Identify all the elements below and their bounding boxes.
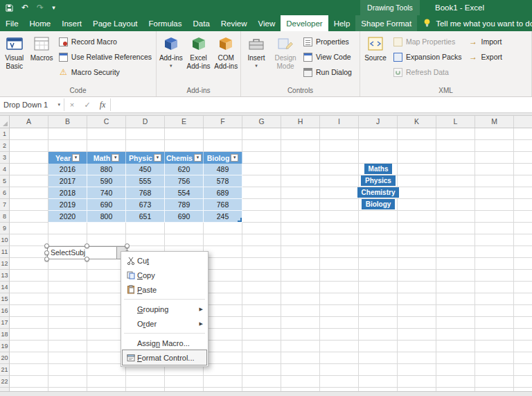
column-header-c[interactable]: C	[87, 116, 126, 128]
tab-shape-format[interactable]: Shape Format	[355, 15, 417, 31]
column-header-l[interactable]: L	[436, 116, 475, 128]
row-header-18[interactable]: 18	[0, 329, 9, 341]
view-code-button[interactable]: View Code	[300, 49, 355, 64]
table-cell[interactable]: 590	[87, 175, 126, 187]
expansion-packs-button[interactable]: Expansion Packs	[390, 49, 466, 64]
table-cell[interactable]: 800	[87, 211, 126, 223]
group-label-addins[interactable]: Add-ins	[157, 86, 240, 96]
table-cell[interactable]: 245	[204, 211, 242, 223]
tab-help[interactable]: Help	[328, 15, 356, 31]
tab-data[interactable]: Data	[188, 15, 215, 31]
table-cell[interactable]: 555	[126, 175, 165, 187]
column-header-b[interactable]: B	[48, 116, 87, 128]
row-header-11[interactable]: 11	[0, 246, 9, 258]
menu-item-order[interactable]: Order▶	[123, 316, 206, 331]
selection-handle[interactable]	[85, 257, 89, 261]
group-label-code[interactable]: Code	[1, 86, 155, 96]
table-cell[interactable]: 689	[204, 187, 242, 199]
subject-button-chemistry[interactable]: Chemistry	[357, 187, 400, 198]
selection-handle[interactable]	[44, 257, 49, 261]
selection-handle[interactable]	[44, 243, 49, 248]
table-cell[interactable]: 2016	[48, 164, 87, 175]
column-header-k[interactable]: K	[398, 116, 436, 128]
row-header-20[interactable]: 20	[0, 352, 9, 364]
cancel-icon[interactable]: ×	[64, 97, 80, 112]
row-header-17[interactable]: 17	[0, 317, 9, 329]
table-cell[interactable]: 554	[165, 187, 204, 199]
table-cell[interactable]: 740	[87, 187, 126, 199]
row-header-2[interactable]: 2	[0, 140, 9, 152]
filter-icon[interactable]: ▼	[154, 154, 161, 162]
macro-security-button[interactable]: ⚠ Macro Security	[55, 64, 155, 80]
tab-formulas[interactable]: Formulas	[143, 15, 188, 31]
subject-button-biology[interactable]: Biology	[362, 199, 396, 209]
table-cell[interactable]: 2017	[48, 175, 87, 187]
enter-icon[interactable]: ✓	[80, 97, 95, 112]
name-box-arrow-icon[interactable]: ▾	[57, 102, 60, 107]
row-header-14[interactable]: 14	[0, 282, 9, 293]
filter-icon[interactable]: ▼	[72, 154, 80, 162]
row-header-6[interactable]: 6	[0, 187, 9, 199]
column-header-m[interactable]: M	[475, 116, 514, 128]
menu-item-paste[interactable]: Paste	[123, 282, 206, 297]
row-header-21[interactable]: 21	[0, 364, 9, 376]
subject-button-physics[interactable]: Physics	[361, 175, 396, 186]
save-icon[interactable]	[6, 4, 13, 12]
table-cell[interactable]: 880	[87, 164, 126, 175]
column-header-g[interactable]: G	[242, 116, 281, 128]
tab-page-layout[interactable]: Page Layout	[87, 15, 143, 31]
export-button[interactable]: → Export	[466, 49, 506, 64]
tab-review[interactable]: Review	[215, 15, 253, 31]
insert-control-button[interactable]: Insert ▾	[242, 32, 271, 83]
table-cell[interactable]: 789	[165, 199, 204, 211]
com-add-ins-button[interactable]: COM Add-ins	[212, 32, 240, 83]
table-cell[interactable]: 651	[126, 211, 165, 223]
tell-me-box[interactable]: Tell me what you want to do	[423, 15, 532, 31]
table-cell[interactable]: 620	[165, 164, 204, 175]
table-cell[interactable]: 673	[126, 199, 165, 211]
select-all-corner[interactable]	[0, 116, 10, 128]
row-header-7[interactable]: 7	[0, 199, 9, 211]
tab-insert[interactable]: Insert	[56, 15, 87, 31]
row-header-12[interactable]: 12	[0, 258, 9, 270]
table-cell[interactable]: 768	[204, 199, 242, 211]
tab-home[interactable]: Home	[24, 15, 57, 31]
row-header-22[interactable]: 22	[0, 376, 9, 388]
subject-button-maths[interactable]: Maths	[364, 164, 393, 174]
menu-item-assign-macro[interactable]: Assign Macro...	[123, 336, 206, 350]
table-header-math[interactable]: Math▼	[87, 152, 126, 164]
insert-function-icon[interactable]: fx	[95, 97, 110, 112]
record-macro-button[interactable]: Record Macro	[55, 34, 155, 49]
row-header-3[interactable]: 3	[0, 152, 9, 164]
column-header-e[interactable]: E	[165, 116, 204, 128]
selection-handle[interactable]	[44, 250, 49, 255]
filter-icon[interactable]: ▼	[194, 154, 202, 162]
column-header-f[interactable]: F	[204, 116, 242, 128]
undo-icon[interactable]: ↶	[21, 0, 28, 15]
properties-button[interactable]: Properties	[300, 34, 355, 49]
refresh-data-button[interactable]: Refresh Data	[390, 64, 466, 80]
menu-item-copy[interactable]: Copy	[123, 268, 206, 282]
customize-qat-icon[interactable]: ▾	[52, 0, 55, 15]
table-header-year[interactable]: Year▼	[48, 152, 87, 164]
filter-icon[interactable]: ▼	[231, 154, 238, 162]
column-header-d[interactable]: D	[126, 116, 165, 128]
table-cell[interactable]: 768	[126, 187, 165, 199]
redo-icon[interactable]: ↷	[37, 0, 44, 15]
row-header-4[interactable]: 4	[0, 164, 9, 175]
formula-input[interactable]	[111, 97, 532, 112]
row-header-16[interactable]: 16	[0, 305, 9, 317]
visual-basic-button[interactable]: Visual Basic	[1, 32, 28, 83]
source-button[interactable]: Source	[361, 32, 390, 83]
table-cell[interactable]: 450	[126, 164, 165, 175]
menu-item-cut[interactable]: Cut	[123, 253, 206, 268]
use-relative-references-button[interactable]: Use Relative References	[55, 49, 155, 64]
menu-item-format-control[interactable]: Format Control...	[123, 350, 206, 365]
row-header-15[interactable]: 15	[0, 293, 9, 305]
table-header-physic[interactable]: Physic▼	[126, 152, 165, 164]
row-header-19[interactable]: 19	[0, 341, 9, 352]
tab-file[interactable]: File	[0, 15, 24, 31]
cells-area[interactable]: Year▼Math▼Physic▼Chemis▼Biolog▼201688045…	[10, 128, 532, 396]
import-button[interactable]: → Import	[466, 34, 506, 49]
row-header-9[interactable]: 9	[0, 223, 9, 234]
